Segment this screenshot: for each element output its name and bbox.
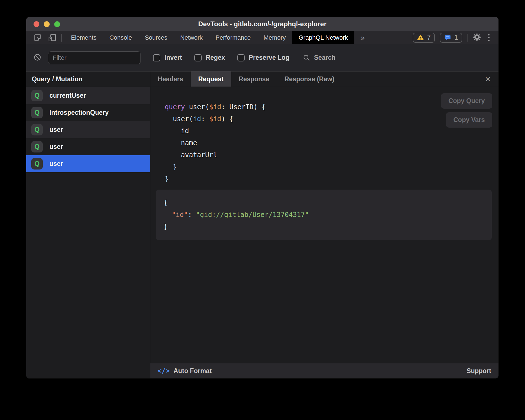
preserve-log-checkbox-group[interactable]: Preserve Log bbox=[237, 54, 290, 61]
detail-tabs: Headers Request Response Response (Raw) … bbox=[150, 71, 498, 87]
tab-console[interactable]: Console bbox=[103, 31, 139, 44]
warning-count: 7 bbox=[427, 34, 431, 41]
devtools-tabs: Elements Console Sources Network Perform… bbox=[65, 31, 354, 44]
invert-label: Invert bbox=[164, 54, 182, 61]
detail-footer: </> Auto Format Support bbox=[150, 363, 498, 378]
auto-format-label: Auto Format bbox=[173, 367, 212, 375]
request-view: Copy Query Copy Vars query user($id: Use… bbox=[150, 87, 498, 363]
query-type-icon: Q bbox=[31, 141, 43, 152]
query-item-user-2[interactable]: Q user bbox=[26, 138, 150, 155]
toolbar-icons bbox=[26, 31, 61, 44]
regex-checkbox[interactable] bbox=[194, 54, 202, 61]
settings-gear-icon[interactable] bbox=[472, 33, 481, 43]
code-brackets-icon: </> bbox=[157, 367, 170, 375]
clear-block-icon[interactable] bbox=[34, 53, 41, 62]
detail-pane: Headers Request Response Response (Raw) … bbox=[150, 71, 498, 378]
auto-format-toggle[interactable]: </> Auto Format bbox=[157, 367, 212, 375]
tab-performance[interactable]: Performance bbox=[209, 31, 257, 44]
warnings-badge[interactable]: 7 bbox=[413, 33, 435, 43]
title-bar: DevTools - gitlab.com/-/graphql-explorer bbox=[26, 17, 498, 31]
message-count: 1 bbox=[454, 34, 458, 41]
warning-triangle-icon bbox=[417, 34, 424, 41]
support-link[interactable]: Support bbox=[467, 367, 491, 375]
query-item-user-1[interactable]: Q user bbox=[26, 121, 150, 138]
invert-checkbox[interactable] bbox=[153, 54, 160, 61]
query-item-introspectionquery[interactable]: Q IntrospectionQuery bbox=[26, 104, 150, 121]
main-split: Query / Mutation Q currentUser Q Introsp… bbox=[26, 71, 498, 378]
tab-request[interactable]: Request bbox=[191, 71, 231, 87]
preserve-log-checkbox[interactable] bbox=[237, 54, 245, 61]
query-type-icon: Q bbox=[31, 158, 43, 170]
query-type-icon: Q bbox=[31, 124, 43, 135]
tab-sources[interactable]: Sources bbox=[138, 31, 174, 44]
tab-response[interactable]: Response bbox=[231, 71, 277, 87]
tab-headers[interactable]: Headers bbox=[150, 71, 191, 87]
query-type-icon: Q bbox=[31, 107, 43, 118]
close-window-button[interactable] bbox=[34, 21, 39, 27]
query-type-icon: Q bbox=[31, 90, 43, 101]
regex-checkbox-group[interactable]: Regex bbox=[194, 54, 225, 61]
devtools-tabbar: Elements Console Sources Network Perform… bbox=[26, 31, 498, 44]
window-title: DevTools - gitlab.com/-/graphql-explorer bbox=[198, 20, 327, 28]
copy-buttons: Copy Query Copy Vars bbox=[441, 93, 492, 128]
copy-vars-button[interactable]: Copy Vars bbox=[446, 112, 493, 128]
query-variables-box: { "id": "gid://gitlab/User/13704317"} bbox=[156, 190, 492, 240]
filter-bar: Invert Regex Preserve Log Search bbox=[26, 44, 498, 71]
search-control[interactable]: Search bbox=[303, 54, 335, 61]
message-bubble-icon bbox=[444, 34, 451, 41]
more-tabs-chevron-icon[interactable]: » bbox=[354, 31, 371, 44]
filter-input[interactable] bbox=[48, 51, 141, 64]
kebab-menu-icon[interactable] bbox=[486, 34, 491, 41]
devtools-window: DevTools - gitlab.com/-/graphql-explorer… bbox=[26, 17, 499, 379]
sidebar-header: Query / Mutation bbox=[26, 71, 150, 87]
minimize-window-button[interactable] bbox=[44, 21, 50, 27]
tabbar-right-controls: 7 1 bbox=[413, 31, 498, 44]
traffic-lights bbox=[34, 17, 60, 31]
zoom-window-button[interactable] bbox=[54, 21, 60, 27]
inspect-element-icon[interactable] bbox=[34, 34, 42, 42]
preserve-log-label: Preserve Log bbox=[249, 54, 290, 61]
tab-graphql-network[interactable]: GraphQL Network bbox=[292, 31, 354, 44]
close-icon[interactable]: × bbox=[477, 71, 498, 87]
search-icon bbox=[303, 54, 310, 61]
tab-elements[interactable]: Elements bbox=[65, 31, 103, 44]
toolbar-divider bbox=[61, 34, 62, 42]
tab-network[interactable]: Network bbox=[174, 31, 209, 44]
copy-query-button[interactable]: Copy Query bbox=[441, 93, 492, 109]
device-toolbar-icon[interactable] bbox=[48, 34, 56, 42]
search-label: Search bbox=[314, 54, 335, 61]
tab-response-raw[interactable]: Response (Raw) bbox=[277, 71, 342, 87]
query-item-currentuser[interactable]: Q currentUser bbox=[26, 87, 150, 104]
query-sidebar: Query / Mutation Q currentUser Q Introsp… bbox=[26, 71, 150, 378]
tab-memory[interactable]: Memory bbox=[257, 31, 292, 44]
regex-label: Regex bbox=[206, 54, 225, 61]
query-item-user-3-selected[interactable]: Q user bbox=[26, 155, 150, 172]
messages-badge[interactable]: 1 bbox=[440, 33, 462, 43]
invert-checkbox-group[interactable]: Invert bbox=[153, 54, 182, 61]
tabbar-right-divider bbox=[467, 34, 467, 42]
